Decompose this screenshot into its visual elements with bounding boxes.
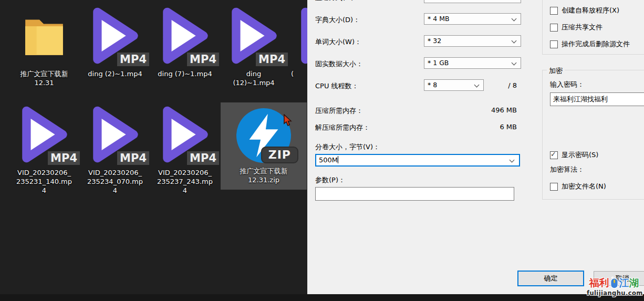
desktop-icon-ding7-mp4[interactable]: MP4 ding (7)~1.mp4 xyxy=(150,3,220,78)
desktop-icon-ding12-mp4[interactable]: MP4 ding (12)~1.mp4 xyxy=(219,3,289,87)
mp4-badge: MP4 xyxy=(187,53,219,66)
method-label: 压缩方式(M)： xyxy=(315,0,360,3)
icon-label: 推广文宣下载新 12.31 xyxy=(7,69,81,87)
memory-decompress-label: 解压缩所需内存： xyxy=(315,123,370,132)
icon-label: VID_20230206_ 235234_070.mp 4 xyxy=(80,168,150,195)
create-sfx-checkbox[interactable]: 创建自释放程序(X) xyxy=(550,6,619,15)
desktop-icon-vid3-mp4[interactable]: MP4 VID_20230206_ 235237_243.mp 4 xyxy=(150,102,220,195)
desktop-icon-folder[interactable]: 推广文宣下载新 12.31 xyxy=(7,3,81,87)
icon-label: VID_20230206_ 235231_140.mp 4 xyxy=(7,168,81,195)
encryption-groupbox xyxy=(542,70,644,200)
memory-decompress-value: 6 MB xyxy=(424,123,517,131)
memory-compress-label: 压缩所需内存： xyxy=(315,106,363,116)
checkbox-icon xyxy=(550,24,558,32)
encrypt-filenames-checkbox[interactable]: 加密文件名(N) xyxy=(550,182,606,191)
memory-compress-value: 496 MB xyxy=(424,106,517,114)
watermark-domain: fulijianghu.com xyxy=(587,289,641,297)
mp4-badge: MP4 xyxy=(256,53,288,66)
word-size-label: 单词大小(W)： xyxy=(315,37,361,47)
compress-shared-files-checkbox[interactable]: 压缩共享文件 xyxy=(550,23,603,32)
watermark-logo: 福利江湖 fulijianghu.com xyxy=(587,276,641,297)
desktop-icon-vid2-mp4[interactable]: MP4 VID_20230206_ 235234_070.mp 4 xyxy=(80,102,150,195)
checkbox-icon xyxy=(550,40,558,48)
zip-badge: ZIP xyxy=(261,147,298,163)
mp4-badge: MP4 xyxy=(117,53,149,66)
solid-block-size-label: 固实数据大小： xyxy=(315,59,363,69)
desktop-icon-zip-selected[interactable]: ZIP 推广文宣下载新 12.31.zip xyxy=(221,102,307,190)
show-password-checkbox[interactable]: 显示密码(S) xyxy=(550,150,598,160)
cpu-threads-label: CPU 线程数： xyxy=(315,81,359,91)
password-input[interactable]: 来福利江湖找福利 xyxy=(550,92,644,106)
dictionary-size-combobox[interactable]: * 4 MB xyxy=(424,13,521,25)
checkbox-icon xyxy=(550,7,558,15)
encryption-group-title: 加密 xyxy=(547,66,565,76)
icon-label: VID_20230206_ 235237_243.mp 4 xyxy=(150,168,220,195)
dictionary-size-label: 字典大小(D)： xyxy=(315,15,360,25)
mouse-logo-icon xyxy=(610,276,619,289)
checkbox-icon xyxy=(550,183,558,191)
solid-block-size-combobox[interactable]: * 1 GB xyxy=(424,57,521,69)
checkmark-icon xyxy=(550,151,558,159)
encryption-algorithm-label: 加密算法： xyxy=(550,165,584,174)
cpu-threads-total: / 8 xyxy=(424,81,517,89)
text-caret xyxy=(338,156,338,163)
icon-label: ding (2)~1.mp4 xyxy=(80,69,150,78)
parameters-label: 参数(P)： xyxy=(315,175,345,185)
desktop-icon-ding2-mp4[interactable]: MP4 ding (2)~1.mp4 xyxy=(80,3,150,78)
compression-dialog: 压缩方式(M)： 字典大小(D)： * 4 MB 单词大小(W)： * 32 固… xyxy=(307,0,644,294)
split-volume-label: 分卷大小，字节(V)： xyxy=(315,142,380,152)
icon-label: ding (7)~1.mp4 xyxy=(150,69,220,78)
icon-label: ding (12)~1.mp4 xyxy=(219,69,289,87)
bottom-strip xyxy=(0,294,644,301)
desktop-icon-vid1-mp4[interactable]: MP4 VID_20230206_ 235231_140.mp 4 xyxy=(7,102,81,195)
split-volume-input[interactable]: 500M xyxy=(315,154,520,167)
ok-button[interactable]: 确定 xyxy=(517,271,584,286)
parameters-input[interactable] xyxy=(315,187,514,201)
delete-source-after-checkbox[interactable]: 操作完成后删除源文件 xyxy=(550,39,630,49)
word-size-combobox[interactable]: * 32 xyxy=(424,35,521,47)
icon-label: 推广文宣下载新 12.31.zip xyxy=(221,167,307,184)
method-combobox[interactable] xyxy=(424,0,521,3)
mp4-badge: MP4 xyxy=(48,151,80,165)
mp4-badge: MP4 xyxy=(187,151,219,165)
mp4-badge: MP4 xyxy=(117,151,149,165)
mouse-cursor-icon xyxy=(283,114,292,127)
enter-password-label: 输入密码： xyxy=(550,80,584,89)
folder-icon xyxy=(22,14,67,58)
